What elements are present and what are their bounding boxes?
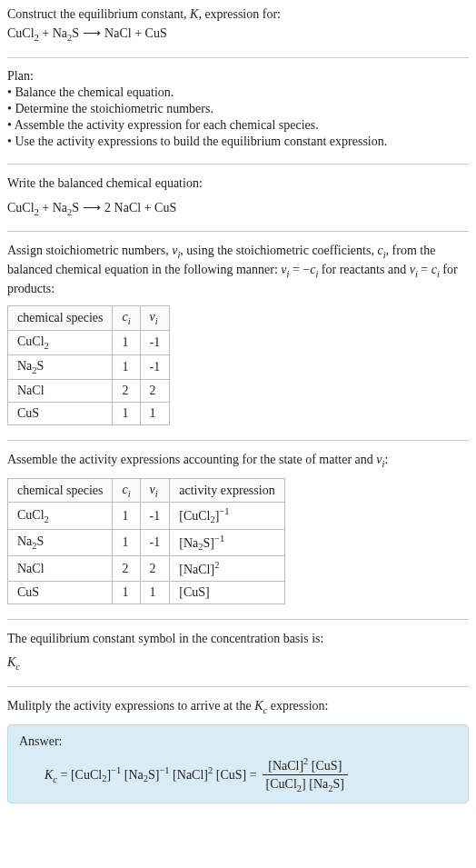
table-cell: CuCl2 xyxy=(8,503,113,529)
plan-item: • Assemble the activity expression for e… xyxy=(7,118,469,133)
table-cell: Na2S xyxy=(8,354,113,379)
table-header-row: chemical species ci νi xyxy=(8,306,170,331)
symbol-text: The equilibrium constant symbol in the c… xyxy=(7,631,469,648)
table-cell: 1 xyxy=(113,529,140,555)
table-cell: Na2S xyxy=(8,529,113,555)
table-cell: NaCl xyxy=(8,556,113,582)
table-cell: NaCl xyxy=(8,379,113,402)
table-cell: 1 xyxy=(113,331,140,355)
multiply-section: Mulitply the activity expressions to arr… xyxy=(7,698,469,803)
kc-fraction: [NaCl]2 [CuS] [CuCl2] [Na2S] xyxy=(263,756,348,793)
kc-expression: Kc = [CuCl2]−1 [Na2S]−1 [NaCl]2 [CuS] = … xyxy=(19,756,457,793)
table-row: CuCl2 1 -1 [CuCl2]−1 xyxy=(8,503,285,529)
table-cell: CuCl2 xyxy=(8,331,113,355)
symbol-section: The equilibrium constant symbol in the c… xyxy=(7,631,469,672)
table-row: CuS 1 1 xyxy=(8,402,170,424)
table-cell: 1 xyxy=(113,582,140,604)
unbalanced-equation: CuCl2 + Na2S ⟶ NaCl + CuS xyxy=(7,25,469,43)
activity-table: chemical species ci νi activity expressi… xyxy=(7,478,285,604)
plan-item: • Determine the stoichiometric numbers. xyxy=(7,102,469,116)
table-row: NaCl 2 2 xyxy=(8,379,170,402)
assemble-text: Assemble the activity expressions accoun… xyxy=(7,452,469,471)
prompt-text: Construct the equilibrium constant, K, e… xyxy=(7,7,469,22)
table-header: activity expression xyxy=(170,478,284,503)
table-cell: 2 xyxy=(140,556,170,582)
table-cell: -1 xyxy=(140,529,170,555)
table-header: νi xyxy=(140,478,170,503)
table-header: νi xyxy=(140,306,170,331)
table-cell: 1 xyxy=(140,402,170,424)
table-cell: [CuS] xyxy=(170,582,284,604)
table-cell: CuS xyxy=(8,402,113,424)
table-cell: -1 xyxy=(140,503,170,529)
plan-section: Plan: • Balance the chemical equation. •… xyxy=(7,69,469,149)
table-cell: 1 xyxy=(140,582,170,604)
table-row: CuCl2 1 -1 xyxy=(8,331,170,355)
multiply-text: Mulitply the activity expressions to arr… xyxy=(7,698,469,717)
table-cell: CuS xyxy=(8,582,113,604)
table-header: chemical species xyxy=(8,306,113,331)
plan-heading: Plan: xyxy=(7,69,469,84)
assign-section: Assign stoichiometric numbers, νi, using… xyxy=(7,243,469,424)
table-row: CuS 1 1 [CuS] xyxy=(8,582,285,604)
answer-label: Answer: xyxy=(19,734,457,749)
table-header: chemical species xyxy=(8,478,113,503)
kc-denominator: [CuCl2] [Na2S] xyxy=(263,774,348,793)
kc-lhs: Kc = [CuCl2]−1 [Na2S]−1 [NaCl]2 [CuS] = xyxy=(45,765,257,783)
table-cell: 1 xyxy=(113,354,140,379)
table-cell: -1 xyxy=(140,331,170,355)
table-cell: 2 xyxy=(113,379,140,402)
table-cell: [CuCl2]−1 xyxy=(170,503,284,529)
table-cell: 2 xyxy=(113,556,140,582)
divider xyxy=(7,440,469,441)
table-row: Na2S 1 -1 xyxy=(8,354,170,379)
balanced-text: Write the balanced chemical equation: xyxy=(7,175,469,193)
table-row: NaCl 2 2 [NaCl]2 xyxy=(8,556,285,582)
plan-item: • Balance the chemical equation. xyxy=(7,85,469,100)
header-section: Construct the equilibrium constant, K, e… xyxy=(7,7,469,43)
table-cell: -1 xyxy=(140,354,170,379)
balanced-section: Write the balanced chemical equation: Cu… xyxy=(7,175,469,217)
plan-item: • Use the activity expressions to build … xyxy=(7,135,469,149)
divider xyxy=(7,164,469,165)
divider xyxy=(7,619,469,620)
kc-numerator: [NaCl]2 [CuS] xyxy=(264,756,345,775)
table-cell: [NaCl]2 xyxy=(170,556,284,582)
divider xyxy=(7,231,469,232)
table-cell: [Na2S]−1 xyxy=(170,529,284,555)
table-header-row: chemical species ci νi activity expressi… xyxy=(8,478,285,503)
table-cell: 2 xyxy=(140,379,170,402)
symbol-value: Kc xyxy=(7,655,469,672)
table-header: ci xyxy=(113,478,140,503)
stoich-table: chemical species ci νi CuCl2 1 -1 Na2S 1… xyxy=(7,305,170,424)
balanced-equation: CuCl2 + Na2S ⟶ 2 NaCl + CuS xyxy=(7,200,469,217)
divider xyxy=(7,686,469,687)
divider xyxy=(7,57,469,58)
assign-text: Assign stoichiometric numbers, νi, using… xyxy=(7,243,469,298)
assemble-section: Assemble the activity expressions accoun… xyxy=(7,452,469,604)
table-cell: 1 xyxy=(113,402,140,424)
answer-box: Answer: Kc = [CuCl2]−1 [Na2S]−1 [NaCl]2 … xyxy=(7,724,469,803)
table-row: Na2S 1 -1 [Na2S]−1 xyxy=(8,529,285,555)
table-cell: 1 xyxy=(113,503,140,529)
table-header: ci xyxy=(113,306,140,331)
